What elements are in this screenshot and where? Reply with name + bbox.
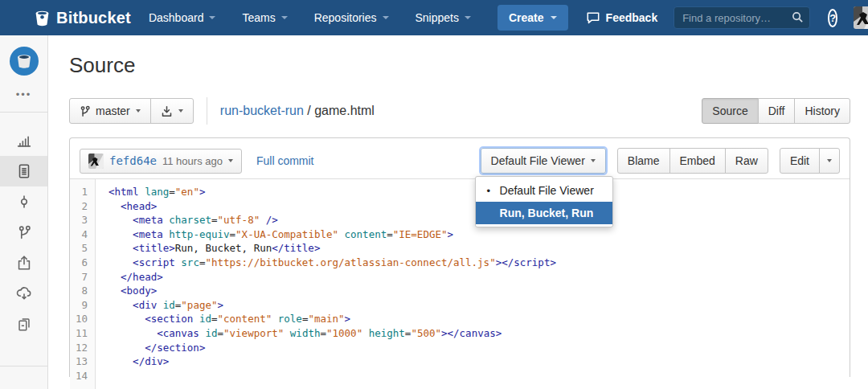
code-line: 2 <head>: [70, 199, 850, 214]
line-number[interactable]: 5: [70, 241, 96, 256]
chevron-down-icon: [827, 159, 832, 162]
code-line: 11 <canvas id="viewport" width="1000" he…: [70, 326, 850, 341]
chevron-down-icon: [383, 16, 389, 19]
repo-avatar[interactable]: [10, 47, 39, 76]
tab-source[interactable]: Source: [702, 98, 758, 124]
code-line: 7 </head>: [70, 270, 850, 285]
code-line: 5 <title>Run, Bucket, Run</title>: [70, 241, 850, 256]
view-tabs: SourceDiffHistory: [702, 98, 850, 124]
more-menu[interactable]: •••: [0, 88, 47, 100]
viewer-menu-option[interactable]: Run, Bucket, Run: [476, 202, 612, 224]
page-title: Source: [69, 53, 850, 78]
chevron-down-icon: [465, 16, 471, 19]
chevron-down-icon: [591, 159, 596, 162]
file-header: fefd64e 11 hours ago Full commit Default…: [70, 138, 850, 179]
nav-item-repositories[interactable]: Repositories: [314, 11, 389, 24]
edit-split-button: Edit: [780, 148, 840, 174]
branch-icon: [15, 223, 33, 241]
line-number[interactable]: 4: [70, 227, 96, 242]
code-line: 6 <script src="https://bitbucket.org/atl…: [70, 256, 850, 270]
line-number[interactable]: 9: [70, 298, 96, 313]
code-line: 1<html lang="en">: [70, 185, 850, 199]
copy-icon: [15, 315, 33, 333]
line-number[interactable]: 12: [70, 341, 96, 355]
raw-button[interactable]: Raw: [725, 148, 768, 174]
tab-diff[interactable]: Diff: [758, 98, 796, 124]
user-menu[interactable]: [854, 6, 868, 29]
breadcrumb: run-bucket-run / game.html: [220, 104, 375, 118]
branch-selector[interactable]: master: [69, 98, 151, 124]
help-icon[interactable]: ?: [828, 9, 837, 27]
chevron-down-icon: [178, 109, 183, 113]
sidebar-item[interactable]: [0, 217, 47, 248]
full-commit-link[interactable]: Full commit: [256, 154, 314, 167]
code-viewer[interactable]: 1<html lang="en">2 <head>3 <meta charset…: [70, 179, 850, 389]
line-number[interactable]: 8: [70, 284, 96, 298]
source-toolbar: master run-bucket-run / game.html Source…: [69, 97, 850, 125]
line-number[interactable]: 3: [70, 213, 96, 227]
sidebar-item[interactable]: [0, 248, 47, 278]
chevron-down-icon: [228, 159, 233, 162]
commit-selector[interactable]: fefd64e 11 hours ago: [80, 149, 242, 174]
tab-history[interactable]: History: [794, 98, 850, 124]
cloud-download-icon: [15, 285, 33, 302]
code-line: 3 <meta charset="utf-8" />: [70, 213, 850, 227]
primary-nav: DashboardTeamsRepositoriesSnippets: [149, 11, 497, 24]
file-actions: Default File Viewer •Default File Viewer…: [481, 148, 840, 174]
code-line: 12 </section>: [70, 341, 850, 355]
search-input[interactable]: [674, 6, 810, 29]
sidebar-divider: [0, 366, 47, 366]
line-number[interactable]: 7: [70, 270, 96, 285]
upload-icon: [15, 254, 33, 272]
create-button[interactable]: Create: [497, 5, 568, 31]
line-number[interactable]: 6: [70, 256, 96, 270]
code-line: 9 <div id="page">: [70, 298, 850, 313]
main-content: Source master run-bucket-run / game.html…: [48, 35, 868, 377]
viewer-menu-option[interactable]: •Default File Viewer: [476, 179, 612, 202]
line-number[interactable]: 10: [70, 312, 96, 326]
line-number[interactable]: 13: [70, 354, 96, 369]
search-icon[interactable]: [792, 11, 804, 23]
action-button-group: BlameEmbedRaw: [617, 148, 768, 174]
sidebar-item[interactable]: [0, 186, 47, 217]
sidebar-nav: [0, 125, 47, 339]
line-number[interactable]: 11: [70, 326, 96, 341]
code-line: 10 <section id="content" role="main">: [70, 312, 850, 326]
embed-button[interactable]: Embed: [669, 148, 726, 174]
line-number[interactable]: 14: [70, 369, 96, 383]
code-line: 8 <body>: [70, 284, 850, 298]
bucket-icon: [34, 10, 51, 27]
repo-search: [674, 6, 810, 29]
edit-button[interactable]: Edit: [780, 148, 820, 174]
nav-item-dashboard[interactable]: Dashboard: [149, 11, 216, 24]
nav-item-snippets[interactable]: Snippets: [416, 11, 471, 24]
selected-bullet-icon: •: [487, 185, 500, 197]
breadcrumb-repo-link[interactable]: run-bucket-run: [220, 104, 304, 117]
sidebar-item[interactable]: [0, 278, 47, 309]
commit-icon: [15, 193, 33, 211]
line-number[interactable]: 2: [70, 199, 96, 214]
file-viewer-select[interactable]: Default File Viewer: [481, 148, 606, 174]
blame-button[interactable]: Blame: [617, 148, 670, 174]
feedback-button[interactable]: Feedback: [586, 11, 658, 25]
sidebar-item[interactable]: [0, 309, 47, 339]
code-line: 13 </div>: [70, 354, 850, 369]
commit-author-avatar: [88, 154, 104, 169]
sidebar-item[interactable]: [0, 156, 47, 186]
file-viewer-card: fefd64e 11 hours ago Full commit Default…: [69, 137, 850, 377]
logo-text: Bitbucket: [56, 9, 131, 27]
branch-button-group: master: [69, 98, 194, 124]
branch-icon: [80, 105, 90, 117]
commit-age: 11 hours ago: [162, 155, 223, 167]
sidebar-item[interactable]: [0, 125, 47, 156]
document-icon: [15, 162, 33, 180]
breadcrumb-separator: /: [304, 104, 314, 117]
code-line: 14: [70, 369, 850, 383]
viewer-menu: •Default File ViewerRun, Bucket, Run: [475, 176, 613, 227]
nav-item-teams[interactable]: Teams: [242, 11, 287, 24]
bitbucket-logo[interactable]: Bitbucket: [34, 9, 131, 27]
edit-dropdown-button[interactable]: [819, 148, 840, 174]
left-sidebar: •••: [0, 35, 48, 389]
download-button[interactable]: [150, 98, 194, 124]
line-number[interactable]: 1: [70, 185, 96, 199]
